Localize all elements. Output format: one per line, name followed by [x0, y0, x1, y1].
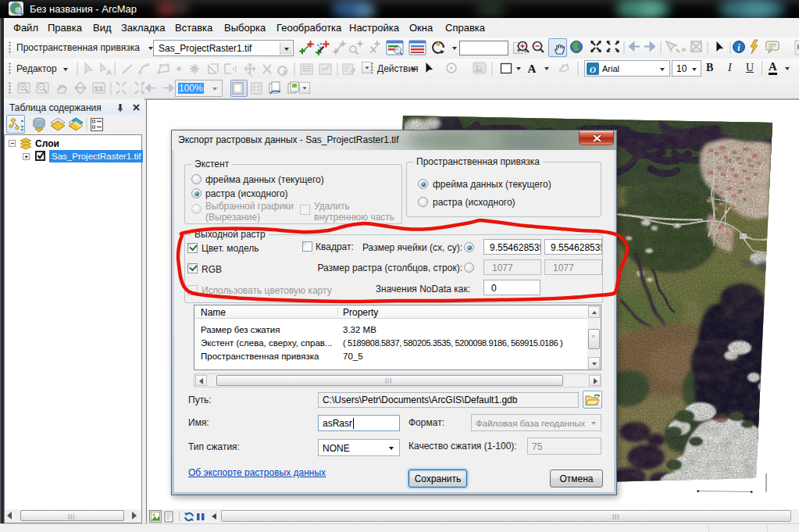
svg-text:A: A: [528, 62, 537, 75]
svg-text:O: O: [590, 65, 596, 74]
svg-text:1:1: 1:1: [95, 85, 104, 92]
svg-text:A: A: [107, 69, 112, 76]
